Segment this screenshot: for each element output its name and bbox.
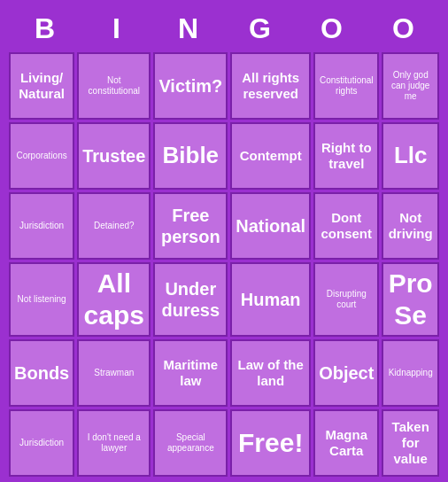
bingo-cell[interactable]: Pro Se [382,262,439,337]
cell-text: Jurisdiction [19,221,64,231]
bingo-cell[interactable]: Not listening [9,262,74,337]
bingo-cell[interactable]: Living/ Natural [9,52,74,120]
bingo-cell[interactable]: Disrupting court [313,262,379,337]
cell-text: Corporations [16,151,66,161]
bingo-cell[interactable]: Detained? [77,192,151,260]
bingo-cell[interactable]: Magna Carta [313,409,379,477]
cell-text: I don't need a lawyer [82,432,145,454]
cell-text: Law of the land [236,357,305,389]
cell-text: Not driving [387,210,434,242]
bingo-cell[interactable]: Dont consent [313,192,379,260]
bingo-cell[interactable]: I don't need a lawyer [77,409,151,477]
bingo-cell[interactable]: Jurisdiction [9,192,74,260]
bingo-cell[interactable]: All rights reserved [230,52,311,120]
cell-text: Disrupting court [319,289,374,310]
bingo-cell[interactable]: Not driving [382,192,439,260]
cell-text: All rights reserved [236,70,305,102]
bingo-cell[interactable]: Llc [382,122,439,190]
cell-text: Kidnapping [389,368,433,378]
bingo-cell[interactable]: Constitutional rights [313,52,379,120]
bingo-card: BINGOO Living/ NaturalNot constitutional… [0,0,448,482]
bingo-cell[interactable]: Contempt [230,122,311,190]
cell-text: All caps [82,268,145,331]
bingo-cell[interactable]: Trustee [77,122,151,190]
bingo-cell[interactable]: Kidnapping [382,339,439,407]
cell-text: Taken for value [387,419,434,467]
bingo-cell[interactable]: All caps [77,262,151,337]
bingo-cell[interactable]: Jurisdiction [9,409,74,477]
cell-text: Strawman [94,368,134,378]
bingo-cell[interactable]: Bible [153,122,228,190]
bingo-cell[interactable]: Special appearance [153,409,228,477]
cell-text: Under duress [158,278,222,321]
cell-text: Free person [158,205,222,247]
header-letter: N [152,9,224,49]
bingo-cell[interactable]: Taken for value [382,409,439,477]
cell-text: Right to travel [319,140,374,172]
cell-text: Bonds [14,362,69,384]
cell-text: Human [241,289,301,310]
bingo-header: BINGOO [9,9,439,49]
cell-text: Trustee [82,145,145,167]
bingo-cell[interactable]: Victim? [153,52,228,120]
cell-text: Detained? [94,221,135,231]
bingo-cell[interactable]: Under duress [153,262,228,337]
bingo-cell[interactable]: Right to travel [313,122,379,190]
cell-text: Maritime law [158,357,222,389]
bingo-cell[interactable]: Maritime law [153,339,228,407]
bingo-cell[interactable]: Corporations [9,122,74,190]
cell-text: Free! [238,427,303,459]
cell-text: Contempt [240,148,302,164]
bingo-cell[interactable]: Object [313,339,379,407]
header-letter: O [367,9,439,49]
bingo-cell[interactable]: Free person [153,192,228,260]
cell-text: Special appearance [158,432,222,454]
cell-text: Living/ Natural [14,70,69,102]
header-letter: I [81,9,152,49]
bingo-cell[interactable]: Bonds [9,339,74,407]
bingo-cell[interactable]: Law of the land [230,339,311,407]
header-letter: G [224,9,296,49]
bingo-cell[interactable]: National [230,192,311,260]
bingo-cell[interactable]: Only god can judge me [382,52,439,120]
header-letter: O [296,9,367,49]
cell-text: Bible [163,142,220,169]
bingo-cell[interactable]: Human [230,262,311,337]
cell-text: Llc [394,142,428,169]
bingo-cell[interactable]: Not constitutional [77,52,151,120]
cell-text: Magna Carta [319,427,374,459]
cell-text: Victim? [158,75,222,97]
header-letter: B [9,9,81,49]
cell-text: National [236,215,305,237]
cell-text: Not constitutional [82,75,145,97]
cell-text: Constitutional rights [319,75,374,97]
cell-text: Object [319,362,374,384]
bingo-grid: Living/ NaturalNot constitutionalVictim?… [9,52,439,477]
cell-text: Pro Se [387,268,434,331]
cell-text: Only god can judge me [387,70,434,102]
cell-text: Jurisdiction [19,438,64,448]
cell-text: Not listening [18,294,66,305]
cell-text: Dont consent [319,210,374,242]
bingo-cell[interactable]: Free! [230,409,311,477]
bingo-cell[interactable]: Strawman [77,339,151,407]
